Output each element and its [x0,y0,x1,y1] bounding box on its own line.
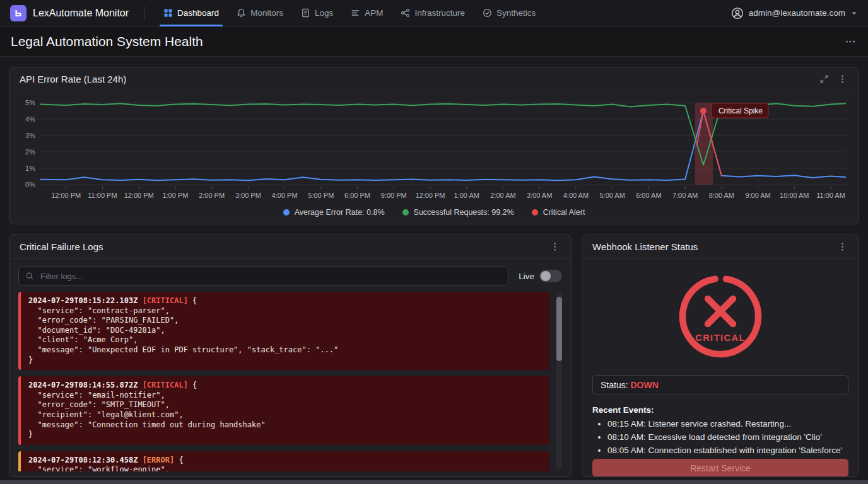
log-scrollbar-thumb[interactable] [556,297,562,361]
nav-item-infrastructure[interactable]: Infrastructure [401,0,465,26]
log-level: [CRITICAL] [143,296,188,305]
nav-item-synthetics[interactable]: Synthetics [483,0,536,26]
log-timestamp: 2024-07-29T08:15:22.103Z [28,296,138,305]
user-avatar-icon [731,7,744,20]
webhook-panel-header: Webhook Listener Status [582,235,859,259]
nav-item-apm[interactable]: APM [351,0,383,26]
nav-item-logs[interactable]: Logs [301,0,333,26]
filter-input-wrap [18,267,508,285]
logs-panel-title: Critical Failure Logs [20,241,103,252]
nav-item-label: Logs [315,8,333,18]
legend-item[interactable]: Critical Alert [532,208,585,217]
svg-text:11:00 PM: 11:00 PM [88,192,117,199]
svg-text:1:00 AM: 1:00 AM [454,192,479,199]
webhook-panel-title: Webhook Listener Status [592,241,698,252]
nav-item-monitors[interactable]: Monitors [237,0,283,26]
legend-label: Average Error Rate: 0.8% [295,208,385,217]
svg-text:3:00 PM: 3:00 PM [235,192,261,199]
svg-text:9:00 PM: 9:00 PM [381,192,407,199]
legend-item[interactable]: Average Error Rate: 0.8% [283,208,385,217]
nav-item-label: APM [365,8,383,18]
svg-text:1%: 1% [25,164,35,172]
live-toggle[interactable] [539,270,562,282]
svg-text:4:00 AM: 4:00 AM [563,192,589,199]
svg-text:10:00 AM: 10:00 AM [780,192,809,199]
api-error-rate-panel: API Error Rate (Last 24h) 0%1%2%3%4%5%12… [9,67,859,224]
bottom-scrollbar[interactable] [0,480,868,484]
svg-text:2%: 2% [25,148,35,156]
top-nav: Ь LexAutomate Monitor DashboardMonitorsL… [0,0,868,26]
app-title: LexAutomate Monitor [33,8,129,19]
svg-text:5:00 AM: 5:00 AM [599,192,625,199]
user-menu[interactable]: admin@lexautomate.com [731,7,858,20]
nav-item-dashboard[interactable]: Dashboard [163,0,219,26]
restart-service-button[interactable]: Restart Service [592,459,848,477]
svg-text:3%: 3% [25,132,35,139]
live-toggle-group: Live [519,270,562,282]
webhook-listener-status-panel: Webhook Listener Status CRITICAL Sta [582,234,859,477]
chart-panel-header: API Error Rate (Last 24h) [9,67,859,91]
filter-logs-input[interactable] [39,271,501,282]
log-entry[interactable]: 2024-07-29T08:15:22.103Z [CRITICAL] { "s… [18,292,549,370]
bell-icon [237,8,246,18]
bottom-row: Critical Failure Logs Live [9,234,859,477]
webhook-menu-button[interactable] [836,241,848,253]
search-icon [25,272,34,280]
svg-text:11:00 AM: 11:00 AM [816,192,845,199]
legend-dot [402,209,409,216]
live-label: Live [519,272,534,281]
kebab-menu-icon [550,242,560,251]
svg-text:4%: 4% [25,115,35,123]
nav-item-label: Monitors [250,8,283,18]
svg-text:2:00 AM: 2:00 AM [490,192,515,199]
critical-ring-icon: CRITICAL [673,269,768,364]
legend-dot [532,209,538,216]
kebab-menu-icon [838,74,847,84]
critical-failure-logs-panel: Critical Failure Logs Live [9,234,572,477]
svg-text:5%: 5% [25,99,35,107]
logs-menu-button[interactable] [549,241,561,253]
kebab-menu-icon [838,242,847,251]
log-list: 2024-07-29T08:15:22.103Z [CRITICAL] { "s… [18,292,562,471]
app-logo[interactable]: Ь [10,5,26,21]
dashboard-content: API Error Rate (Last 24h) 0%1%2%3%4%5%12… [0,57,868,477]
chevron-down-icon [850,9,858,17]
legend-item[interactable]: Successful Requests: 99.2% [402,208,514,217]
user-email: admin@lexautomate.com [749,8,845,18]
svg-text:Critical Spike: Critical Spike [718,107,763,115]
status-box: Status: DOWN [592,375,848,395]
svg-text:1:00 PM: 1:00 PM [162,192,188,199]
log-entry[interactable]: 2024-07-29T08:12:30.458Z [ERROR] { "serv… [18,451,549,471]
ellipsis-h-icon [845,36,856,47]
log-entry[interactable]: 2024-07-29T08:14:55.872Z [CRITICAL] { "s… [18,376,549,445]
critical-badge-text: CRITICAL [695,333,746,343]
api-error-rate-chart: 0%1%2%3%4%5%12:00 PM11:00 PM12:00 PM1:00… [16,96,852,202]
network-icon [401,8,410,18]
svg-text:2:00 PM: 2:00 PM [199,192,225,199]
document-icon [301,8,310,18]
svg-text:9:00 AM: 9:00 AM [745,192,770,199]
log-timestamp: 2024-07-29T08:14:55.872Z [28,381,138,389]
svg-text:0%: 0% [25,181,35,188]
svg-text:5:00 PM: 5:00 PM [308,192,334,199]
expand-chart-button[interactable] [818,73,830,85]
recent-event-item: 08:10 AM: Excessive load detected from i… [607,432,848,442]
nav-divider [144,6,144,20]
legend-dot [283,209,290,216]
chart-panel-title: API Error Rate (Last 24h) [20,74,126,84]
recent-events-list: 08:15 AM: Listener service crashed. Rest… [592,419,848,459]
svg-text:6:00 AM: 6:00 AM [636,192,661,199]
svg-text:8:00 AM: 8:00 AM [709,192,734,199]
svg-text:4:00 PM: 4:00 PM [272,192,298,199]
page-menu-button[interactable] [843,35,857,49]
legend-label: Critical Alert [543,208,585,217]
recent-event-item: 08:05 AM: Connection established with in… [607,446,848,455]
legend-label: Successful Requests: 99.2% [414,208,514,217]
svg-text:3:00 AM: 3:00 AM [527,192,552,199]
recent-events-heading: Recent Events: [592,405,848,415]
logs-panel-header: Critical Failure Logs [9,235,571,259]
logo-glyph: Ь [15,8,22,18]
svg-text:6:00 PM: 6:00 PM [344,192,370,199]
log-scrollbar-track[interactable] [556,293,562,469]
chart-menu-button[interactable] [836,73,848,85]
